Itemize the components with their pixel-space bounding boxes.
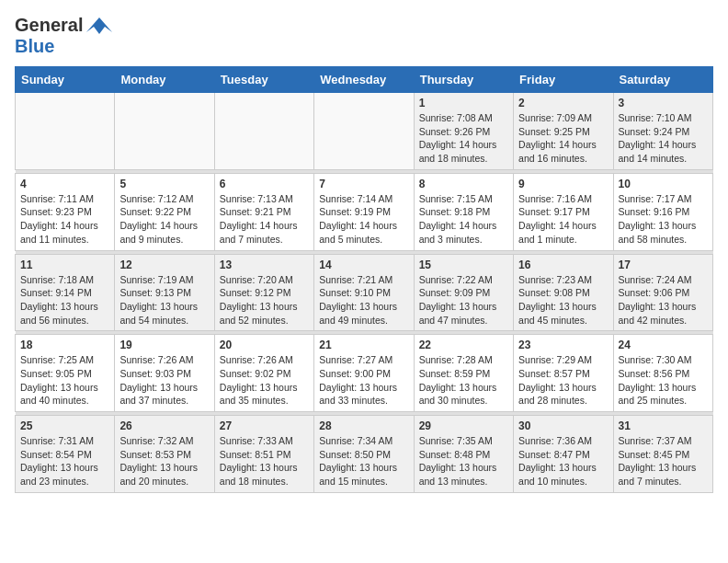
day-number: 21 [319,339,408,351]
day-number: 9 [518,178,608,190]
logo: General Blue [15,15,112,57]
day-cell: 20Sunrise: 7:26 AM Sunset: 9:02 PM Dayli… [214,335,313,412]
day-number: 2 [518,97,608,109]
day-number: 10 [619,178,708,190]
day-number: 22 [419,339,508,351]
day-number: 14 [319,259,408,271]
day-number: 24 [619,339,708,351]
day-cell: 17Sunrise: 7:24 AM Sunset: 9:06 PM Dayli… [613,254,712,331]
day-cell: 29Sunrise: 7:35 AM Sunset: 8:48 PM Dayli… [414,416,513,493]
day-number: 16 [518,259,608,271]
day-info: Sunrise: 7:31 AM Sunset: 8:54 PM Dayligh… [20,434,109,488]
day-info: Sunrise: 7:10 AM Sunset: 9:24 PM Dayligh… [619,111,708,166]
weekday-header-tuesday: Tuesday [214,67,313,93]
day-info: Sunrise: 7:08 AM Sunset: 9:26 PM Dayligh… [419,111,508,166]
day-number: 8 [419,178,508,190]
day-cell: 21Sunrise: 7:27 AM Sunset: 9:00 PM Dayli… [314,335,414,412]
day-number: 3 [619,97,708,109]
day-info: Sunrise: 7:27 AM Sunset: 9:00 PM Dayligh… [319,353,408,408]
day-cell [314,93,414,170]
day-cell [16,93,115,170]
day-number: 29 [419,419,508,432]
logo-bird-icon [86,16,112,36]
day-cell: 18Sunrise: 7:25 AM Sunset: 9:05 PM Dayli… [16,335,115,412]
day-info: Sunrise: 7:14 AM Sunset: 9:19 PM Dayligh… [319,192,408,247]
day-info: Sunrise: 7:12 AM Sunset: 9:22 PM Dayligh… [119,192,209,247]
day-number: 6 [220,178,309,190]
week-row-4: 18Sunrise: 7:25 AM Sunset: 9:05 PM Dayli… [16,335,713,412]
day-info: Sunrise: 7:15 AM Sunset: 9:18 PM Dayligh… [419,192,508,247]
day-number: 20 [220,339,309,351]
day-number: 12 [119,259,209,271]
day-number: 18 [20,339,109,351]
day-info: Sunrise: 7:24 AM Sunset: 9:06 PM Dayligh… [619,273,708,327]
day-cell: 15Sunrise: 7:22 AM Sunset: 9:09 PM Dayli… [414,254,513,331]
day-info: Sunrise: 7:22 AM Sunset: 9:09 PM Dayligh… [419,273,508,327]
day-cell: 11Sunrise: 7:18 AM Sunset: 9:14 PM Dayli… [16,254,115,331]
day-number: 15 [419,259,508,271]
day-info: Sunrise: 7:26 AM Sunset: 9:02 PM Dayligh… [220,353,309,408]
calendar: SundayMondayTuesdayWednesdayThursdayFrid… [15,66,713,493]
day-cell [115,93,214,170]
day-number: 7 [319,178,408,190]
day-info: Sunrise: 7:30 AM Sunset: 8:56 PM Dayligh… [619,353,708,408]
day-info: Sunrise: 7:17 AM Sunset: 9:16 PM Dayligh… [619,192,708,247]
day-number: 19 [119,339,209,351]
day-info: Sunrise: 7:37 AM Sunset: 8:45 PM Dayligh… [619,434,708,488]
day-cell [214,93,313,170]
day-number: 31 [619,419,708,432]
day-cell: 26Sunrise: 7:32 AM Sunset: 8:53 PM Dayli… [115,416,214,493]
day-cell: 14Sunrise: 7:21 AM Sunset: 9:10 PM Dayli… [314,254,414,331]
day-cell: 9Sunrise: 7:16 AM Sunset: 9:17 PM Daylig… [514,173,613,250]
day-cell: 12Sunrise: 7:19 AM Sunset: 9:13 PM Dayli… [115,254,214,331]
day-info: Sunrise: 7:16 AM Sunset: 9:17 PM Dayligh… [518,192,608,247]
day-info: Sunrise: 7:21 AM Sunset: 9:10 PM Dayligh… [319,273,408,327]
day-cell: 4Sunrise: 7:11 AM Sunset: 9:23 PM Daylig… [16,173,115,250]
svg-marker-0 [86,17,112,34]
day-cell: 1Sunrise: 7:08 AM Sunset: 9:26 PM Daylig… [414,93,513,170]
day-cell: 22Sunrise: 7:28 AM Sunset: 8:59 PM Dayli… [414,335,513,412]
day-cell: 25Sunrise: 7:31 AM Sunset: 8:54 PM Dayli… [16,416,115,493]
day-number: 4 [20,178,109,190]
day-info: Sunrise: 7:19 AM Sunset: 9:13 PM Dayligh… [119,273,209,327]
day-number: 28 [319,419,408,432]
week-row-2: 4Sunrise: 7:11 AM Sunset: 9:23 PM Daylig… [16,173,713,250]
day-cell: 2Sunrise: 7:09 AM Sunset: 9:25 PM Daylig… [514,93,613,170]
day-cell: 27Sunrise: 7:33 AM Sunset: 8:51 PM Dayli… [214,416,313,493]
day-number: 13 [220,259,309,271]
day-info: Sunrise: 7:29 AM Sunset: 8:57 PM Dayligh… [518,353,608,408]
day-info: Sunrise: 7:28 AM Sunset: 8:59 PM Dayligh… [419,353,508,408]
day-info: Sunrise: 7:23 AM Sunset: 9:08 PM Dayligh… [518,273,608,327]
day-info: Sunrise: 7:13 AM Sunset: 9:21 PM Dayligh… [220,192,309,247]
week-row-3: 11Sunrise: 7:18 AM Sunset: 9:14 PM Dayli… [16,254,713,331]
day-cell: 16Sunrise: 7:23 AM Sunset: 9:08 PM Dayli… [514,254,613,331]
day-number: 11 [20,259,109,271]
weekday-header-wednesday: Wednesday [314,67,414,93]
day-cell: 30Sunrise: 7:36 AM Sunset: 8:47 PM Dayli… [514,416,613,493]
day-number: 23 [518,339,608,351]
day-number: 30 [518,419,608,432]
day-number: 26 [119,419,209,432]
day-info: Sunrise: 7:11 AM Sunset: 9:23 PM Dayligh… [20,192,109,247]
day-number: 25 [20,419,109,432]
logo-text-general: General [15,15,83,36]
weekday-header-thursday: Thursday [414,67,513,93]
day-info: Sunrise: 7:09 AM Sunset: 9:25 PM Dayligh… [518,111,608,166]
day-info: Sunrise: 7:33 AM Sunset: 8:51 PM Dayligh… [220,434,309,488]
day-number: 1 [419,97,508,109]
weekday-header-sunday: Sunday [16,67,115,93]
weekday-header-row: SundayMondayTuesdayWednesdayThursdayFrid… [16,67,713,93]
day-info: Sunrise: 7:20 AM Sunset: 9:12 PM Dayligh… [220,273,309,327]
day-info: Sunrise: 7:36 AM Sunset: 8:47 PM Dayligh… [518,434,608,488]
day-cell: 13Sunrise: 7:20 AM Sunset: 9:12 PM Dayli… [214,254,313,331]
weekday-header-saturday: Saturday [613,67,712,93]
day-number: 5 [119,178,209,190]
day-cell: 10Sunrise: 7:17 AM Sunset: 9:16 PM Dayli… [613,173,712,250]
day-number: 27 [220,419,309,432]
day-cell: 19Sunrise: 7:26 AM Sunset: 9:03 PM Dayli… [115,335,214,412]
day-info: Sunrise: 7:18 AM Sunset: 9:14 PM Dayligh… [20,273,109,327]
day-info: Sunrise: 7:35 AM Sunset: 8:48 PM Dayligh… [419,434,508,488]
day-cell: 5Sunrise: 7:12 AM Sunset: 9:22 PM Daylig… [115,173,214,250]
day-cell: 3Sunrise: 7:10 AM Sunset: 9:24 PM Daylig… [613,93,712,170]
day-cell: 8Sunrise: 7:15 AM Sunset: 9:18 PM Daylig… [414,173,513,250]
